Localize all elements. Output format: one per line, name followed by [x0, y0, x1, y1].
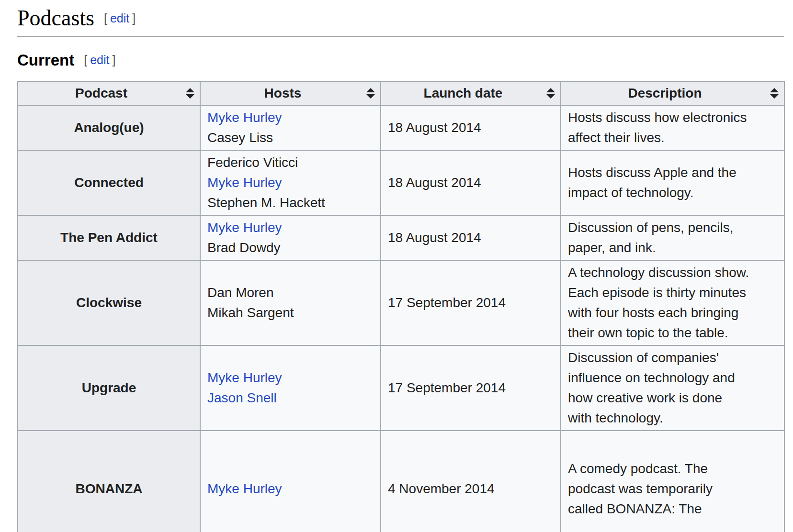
hosts-cell: Myke HurleyJason Snell	[200, 345, 381, 431]
sort-arrows-icon	[185, 88, 195, 99]
host-link[interactable]: Jason Snell	[207, 388, 374, 408]
host-link[interactable]: Myke Hurley	[207, 173, 374, 193]
podcasts-table: Podcast Hosts Launch date Description An…	[17, 81, 785, 532]
edit-bracket-close: ]	[132, 11, 136, 25]
table-row: The Pen Addict Myke HurleyBrad Dowdy 18 …	[18, 215, 784, 260]
page-content: Podcasts[edit] Current[edit] Podcast Hos…	[17, 0, 784, 532]
host-link[interactable]: Myke Hurley	[207, 368, 374, 388]
host-name: Dan Moren	[207, 283, 374, 303]
table-header-row: Podcast Hosts Launch date Description	[18, 81, 784, 105]
column-header-description[interactable]: Description	[561, 81, 784, 105]
column-header-label: Podcast	[75, 86, 127, 100]
sort-arrows-icon	[366, 88, 375, 99]
host-name: Federico Viticci	[207, 153, 374, 173]
hosts-cell: Federico ViticciMyke HurleyStephen M. Ha…	[200, 150, 381, 215]
podcast-name-cell: The Pen Addict	[18, 215, 200, 260]
page-heading: Podcasts[edit]	[17, 0, 784, 37]
table-row: Upgrade Myke HurleyJason Snell 17 Septem…	[18, 345, 784, 431]
column-header-label: Launch date	[424, 86, 503, 100]
host-name: Brad Dowdy	[207, 238, 374, 258]
column-header-podcast[interactable]: Podcast	[18, 81, 200, 105]
edit-bracket-close: ]	[112, 53, 115, 66]
section-edit-section: [edit]	[84, 53, 115, 66]
page-title: Podcasts	[17, 6, 94, 30]
podcast-name-cell: Upgrade	[18, 345, 200, 431]
host-link[interactable]: Myke Hurley	[207, 218, 374, 238]
hosts-cell: Myke HurleyCasey Liss	[200, 105, 381, 150]
launch-date-cell: 18 August 2014	[381, 150, 561, 215]
host-name: Stephen M. Hackett	[207, 193, 374, 213]
section-heading: Current[edit]	[17, 51, 784, 69]
description-cell: A technology discussion show. Each episo…	[561, 260, 784, 345]
sort-arrows-icon	[770, 88, 779, 99]
table-row: Connected Federico ViticciMyke HurleySte…	[18, 150, 784, 215]
column-header-label: Description	[628, 86, 702, 100]
edit-bracket-open: [	[104, 11, 107, 25]
hosts-cell: Dan MorenMikah Sargent	[200, 260, 381, 345]
podcast-name-cell: Analog(ue)	[18, 105, 200, 150]
launch-date-cell: 17 September 2014	[381, 345, 561, 431]
host-name: Casey Liss	[207, 128, 374, 148]
section-edit-link[interactable]: edit	[90, 53, 109, 66]
launch-date-cell: 4 November 2014	[381, 431, 561, 532]
column-header-label: Hosts	[264, 86, 302, 100]
sort-arrows-icon	[546, 88, 555, 99]
description-cell: Discussion of companies' influence on te…	[561, 345, 784, 431]
host-link[interactable]: Myke Hurley	[207, 479, 374, 499]
description-cell: Hosts discuss Apple and the impact of te…	[561, 150, 784, 215]
podcast-name-cell: Clockwise	[18, 260, 200, 345]
launch-date-cell: 18 August 2014	[381, 215, 561, 260]
page-edit-link[interactable]: edit	[110, 11, 129, 25]
edit-bracket-open: [	[84, 53, 87, 66]
podcast-name-cell: Connected	[18, 150, 200, 215]
column-header-launch-date[interactable]: Launch date	[381, 81, 561, 105]
host-name: Mikah Sargent	[207, 303, 374, 323]
column-header-hosts[interactable]: Hosts	[200, 81, 381, 105]
description-cell: A comedy podcast. The podcast was tempor…	[561, 431, 784, 532]
page-edit-section: [edit]	[104, 11, 136, 25]
table-row: Analog(ue) Myke HurleyCasey Liss 18 Augu…	[18, 105, 784, 150]
hosts-cell: Myke HurleyBrad Dowdy	[200, 215, 381, 260]
hosts-cell: Myke Hurley	[200, 431, 381, 532]
podcast-name-cell: BONANZA	[18, 431, 200, 532]
table-row: Clockwise Dan MorenMikah Sargent 17 Sept…	[18, 260, 784, 345]
description-cell: Discussion of pens, pencils, paper, and …	[561, 215, 784, 260]
host-link[interactable]: Myke Hurley	[207, 108, 374, 128]
table-row: BONANZA Myke Hurley 4 November 2014 A co…	[18, 431, 784, 532]
description-cell: Hosts discuss how electronics affect the…	[561, 105, 784, 150]
launch-date-cell: 18 August 2014	[381, 105, 561, 150]
launch-date-cell: 17 September 2014	[381, 260, 561, 345]
section-title: Current	[17, 51, 74, 69]
